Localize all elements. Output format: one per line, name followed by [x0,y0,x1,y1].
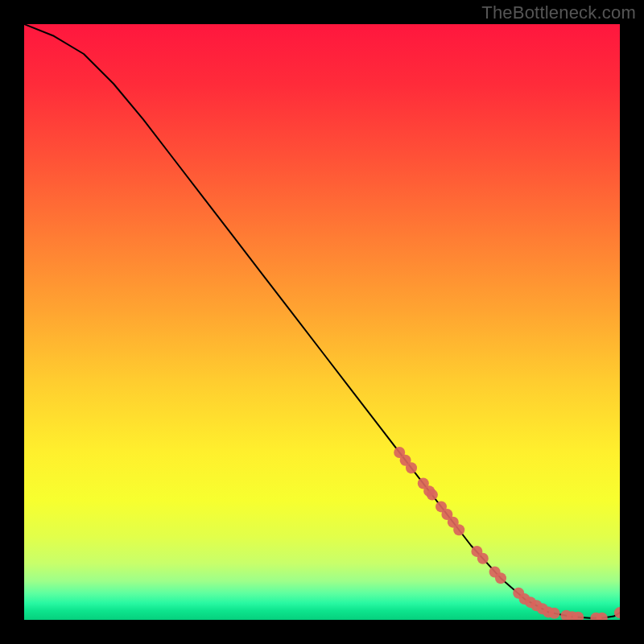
data-marker [453,524,464,535]
watermark-text: TheBottleneck.com [481,2,636,23]
data-marker [406,462,417,473]
data-marker [495,572,506,584]
chart-svg [24,24,620,620]
chart-stage: TheBottleneck.com [0,0,644,644]
data-marker [549,608,560,619]
data-marker [477,553,489,564]
chart-plot-area [24,24,620,620]
data-marker [427,489,438,501]
chart-background [24,24,620,620]
